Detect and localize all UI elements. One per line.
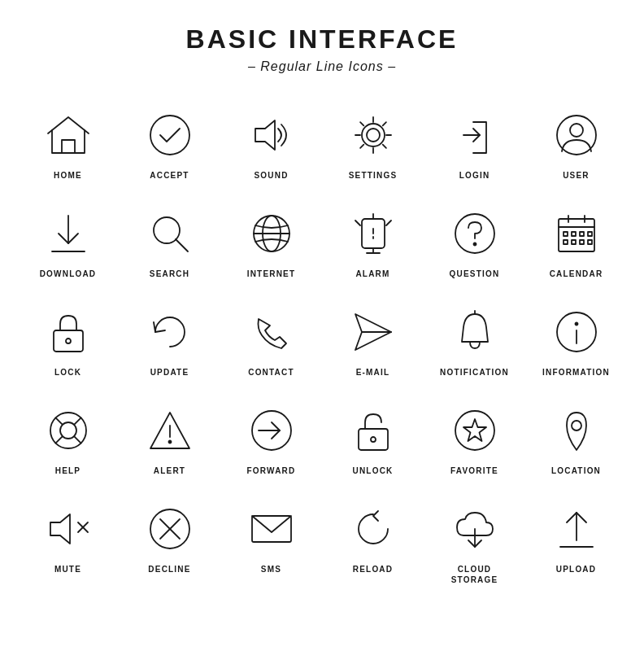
svg-point-24 [473, 243, 476, 246]
alarm-label: ALARM [355, 269, 389, 279]
svg-marker-61 [50, 514, 70, 544]
settings-label: SETTINGS [349, 170, 398, 181]
svg-point-38 [66, 339, 71, 343]
alarm-cell: ALARM [322, 197, 424, 287]
reload-cell: RELOAD [322, 492, 424, 593]
svg-point-4 [362, 124, 385, 146]
download-cell: DOWNLOAD [17, 197, 119, 287]
cloud-storage-label: CLOUDSTORAGE [451, 564, 498, 585]
svg-line-20 [386, 221, 391, 225]
calendar-cell: CALENDAR [525, 197, 627, 287]
forward-cell: FORWARD [220, 394, 322, 484]
svg-rect-30 [572, 232, 576, 236]
svg-rect-34 [572, 240, 576, 244]
settings-cell: SETTINGS [322, 98, 424, 189]
svg-rect-32 [588, 232, 592, 236]
svg-rect-29 [564, 232, 568, 236]
decline-icon [141, 500, 198, 557]
unlock-cell: UNLOCK [322, 394, 424, 484]
svg-line-11 [176, 239, 188, 251]
location-cell: LOCATION [525, 394, 627, 484]
user-icon [548, 107, 605, 164]
svg-rect-56 [359, 429, 388, 450]
mute-label: MUTE [54, 564, 81, 575]
lock-cell: LOCK [17, 295, 119, 386]
help-icon [40, 402, 97, 459]
favorite-icon [446, 402, 503, 459]
icon-grid: HOME ACCEPT SOUND [17, 98, 627, 593]
email-label: E-MAIL [356, 367, 390, 378]
location-icon [548, 402, 605, 459]
user-label: USER [563, 170, 590, 181]
user-cell: USER [525, 98, 627, 189]
svg-marker-2 [255, 120, 275, 150]
decline-label: DECLINE [148, 564, 190, 575]
location-label: LOCATION [551, 465, 601, 476]
notification-icon [446, 304, 503, 360]
svg-rect-33 [564, 240, 568, 244]
favorite-label: FAVORITE [450, 465, 498, 476]
upload-label: UPLOAD [556, 564, 596, 575]
home-icon [40, 107, 97, 164]
download-icon [40, 205, 97, 262]
svg-line-49 [55, 436, 63, 443]
sound-label: SOUND [254, 170, 288, 181]
accept-label: ACCEPT [150, 170, 189, 181]
question-cell: QUESTION [424, 197, 525, 287]
svg-rect-0 [62, 140, 75, 153]
svg-line-48 [74, 417, 81, 425]
email-icon [345, 304, 402, 360]
forward-label: FORWARD [247, 465, 296, 476]
upload-cell: UPLOAD [525, 492, 627, 593]
svg-point-3 [367, 129, 380, 142]
reload-label: RELOAD [353, 564, 393, 575]
update-label: UPDATE [150, 367, 189, 378]
svg-rect-31 [580, 232, 584, 236]
settings-icon [345, 107, 402, 164]
information-label: INFORMATION [542, 367, 610, 378]
cloud-storage-cell: CLOUDSTORAGE [424, 492, 525, 593]
forward-icon [243, 402, 300, 459]
svg-point-58 [455, 411, 494, 450]
help-label: HELP [55, 465, 80, 476]
unlock-label: UNLOCK [353, 465, 394, 476]
cloud-storage-icon [446, 500, 503, 557]
svg-marker-59 [463, 419, 486, 441]
svg-point-1 [150, 116, 189, 155]
search-label: SEARCH [150, 269, 189, 279]
update-cell: UPDATE [119, 295, 220, 386]
login-icon [446, 107, 503, 164]
sound-cell: SOUND [220, 98, 322, 189]
information-cell: INFORMATION [525, 295, 627, 386]
login-label: LOGIN [459, 170, 490, 181]
sms-icon [243, 500, 300, 557]
sound-icon [243, 107, 300, 164]
alert-label: ALERT [154, 465, 185, 476]
svg-point-57 [371, 437, 376, 442]
accept-cell: ACCEPT [119, 98, 220, 189]
svg-point-7 [570, 124, 583, 137]
contact-icon [243, 304, 300, 360]
login-cell: LOGIN [424, 98, 525, 189]
sms-cell: SMS [220, 492, 322, 593]
alarm-icon [345, 205, 402, 262]
reload-icon [345, 500, 402, 557]
mute-cell: MUTE [17, 492, 119, 593]
email-cell: E-MAIL [322, 295, 424, 386]
mute-icon [40, 500, 97, 557]
svg-line-50 [74, 436, 81, 443]
question-label: QUESTION [450, 269, 500, 279]
upload-icon [548, 500, 605, 557]
contact-label: CONTACT [248, 367, 294, 378]
favorite-cell: FAVORITE [424, 394, 525, 484]
svg-rect-35 [580, 240, 584, 244]
home-cell: HOME [17, 98, 119, 189]
internet-cell: INTERNET [220, 197, 322, 287]
information-icon [548, 304, 605, 360]
svg-line-47 [55, 417, 63, 425]
alert-icon [141, 402, 198, 459]
calendar-label: CALENDAR [550, 269, 603, 279]
contact-cell: CONTACT [220, 295, 322, 386]
svg-rect-37 [54, 330, 83, 352]
internet-icon [243, 205, 300, 262]
